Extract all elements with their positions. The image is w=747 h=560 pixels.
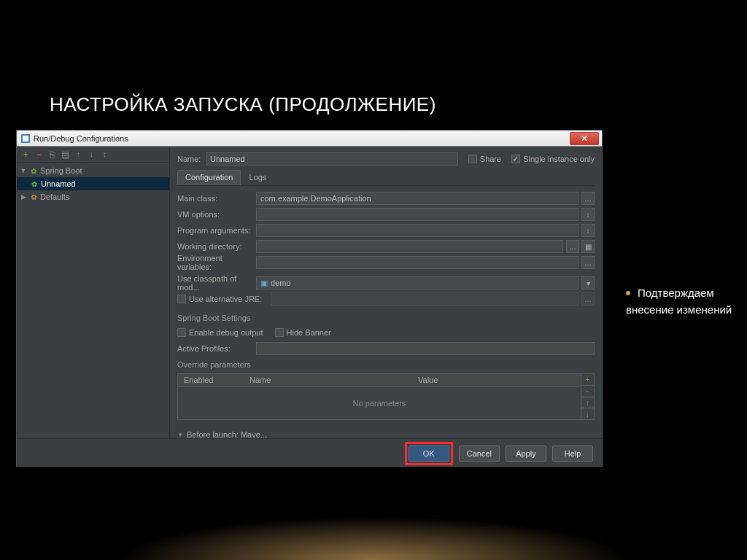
env-vars-label: Environment variables: <box>177 254 256 271</box>
tree-node-defaults[interactable]: ▶ ⚙ Defaults <box>17 190 169 203</box>
module-icon: ▣ <box>260 279 268 288</box>
active-profiles-input[interactable] <box>256 342 595 355</box>
main-class-input[interactable]: com.example.DemoApplication <box>256 192 578 205</box>
env-vars-input[interactable] <box>256 256 578 269</box>
tree-label: Defaults <box>40 192 69 201</box>
col-enabled: Enabled <box>178 374 244 386</box>
enable-debug-checkbox[interactable]: Enable debug output <box>177 328 263 337</box>
main-class-label: Main class: <box>177 194 256 203</box>
program-args-label: Program arguments: <box>177 226 256 235</box>
enable-debug-label: Enable debug output <box>189 328 263 337</box>
alt-jre-label: Use alternative JRE: <box>189 295 262 303</box>
run-debug-dialog: Run/Debug Configurations ✕ + − ⎘ ▤ ↑ ↓ ↕… <box>16 130 603 467</box>
param-add-button[interactable]: + <box>581 374 594 386</box>
tree-toolbar: + − ⎘ ▤ ↑ ↓ ↕ <box>17 147 169 163</box>
spring-section-label: Spring Boot Settings <box>177 311 595 324</box>
config-name-input[interactable] <box>206 152 458 166</box>
working-dir-label: Working directory: <box>177 242 256 251</box>
slide-glow <box>118 516 629 560</box>
param-up-button[interactable]: ↑ <box>581 397 594 409</box>
checkbox-icon <box>511 155 520 163</box>
window-close-button[interactable]: ✕ <box>570 132 599 145</box>
single-instance-label: Single instance only <box>523 155 595 163</box>
bullet-dot-icon <box>626 291 630 295</box>
expand-button[interactable]: ↕ <box>581 208 595 221</box>
move-up-button[interactable]: ↑ <box>74 149 83 159</box>
override-label: Override parameters <box>177 358 595 371</box>
config-tree-panel: + − ⎘ ▤ ↑ ↓ ↕ ▼ ✿ Spring Boot ✿ Unnamed <box>17 147 170 438</box>
tree-node-unnamed[interactable]: ✿ Unnamed <box>17 177 169 190</box>
share-label: Share <box>480 155 501 163</box>
checkbox-icon <box>275 328 284 337</box>
hide-banner-label: Hide Banner <box>287 328 331 337</box>
ok-button[interactable]: OK <box>409 446 449 462</box>
config-tree[interactable]: ▼ ✿ Spring Boot ✿ Unnamed ▶ ⚙ Defaults <box>17 163 169 438</box>
wrench-icon: ⚙ <box>29 192 38 201</box>
alt-jre-checkbox[interactable] <box>177 295 186 303</box>
config-form-panel: Name: Share Single instance only Configu… <box>170 147 602 438</box>
tree-node-spring-boot[interactable]: ▼ ✿ Spring Boot <box>17 164 169 177</box>
override-parameters-table: Enabled Name Value No parameters + − ↑ ↓ <box>177 373 595 420</box>
add-config-button[interactable]: + <box>21 149 31 159</box>
folder-button[interactable]: ▦ <box>581 240 595 253</box>
active-profiles-label: Active Profiles: <box>177 344 256 353</box>
col-name: Name <box>244 374 412 386</box>
help-button[interactable]: Help <box>552 446 593 462</box>
move-down-button[interactable]: ↓ <box>87 149 96 159</box>
slide-title: НАСТРОЙКА ЗАПУСКА (ПРОДОЛЖЕНИЕ) <box>50 93 436 116</box>
vm-options-input[interactable] <box>256 208 578 221</box>
remove-config-button[interactable]: − <box>34 149 44 159</box>
checkbox-icon <box>468 155 477 163</box>
alt-jre-input <box>271 292 578 306</box>
browse-button[interactable]: … <box>581 256 595 269</box>
classpath-label: Use classpath of mod... <box>177 274 256 292</box>
slide-bullet-block: Подтверждаем внесение изменений <box>626 284 735 319</box>
classpath-select[interactable]: ▣demo <box>256 276 578 289</box>
caret-right-icon: ▶ <box>20 193 27 201</box>
col-value: Value <box>412 374 581 386</box>
name-label: Name: <box>177 155 206 163</box>
tree-label: Spring Boot <box>40 166 82 175</box>
expand-button[interactable]: ↕ <box>581 224 595 237</box>
checkbox-icon <box>177 328 186 337</box>
spring-icon: ✿ <box>29 166 38 175</box>
dialog-title: Run/Debug Configurations <box>34 134 128 143</box>
dropdown-button[interactable]: ▾ <box>581 276 595 289</box>
save-config-button[interactable]: ▤ <box>61 149 70 159</box>
working-dir-input[interactable] <box>256 240 563 253</box>
browse-button[interactable]: … <box>566 240 579 253</box>
ok-highlight: OK <box>405 442 453 465</box>
form-tabs: Configuration Logs <box>177 170 595 186</box>
hide-banner-checkbox[interactable]: Hide Banner <box>275 328 331 337</box>
browse-button: … <box>581 292 595 306</box>
tab-configuration[interactable]: Configuration <box>177 170 241 185</box>
caret-down-icon: ▼ <box>20 167 27 174</box>
params-empty: No parameters <box>178 387 581 419</box>
param-down-button[interactable]: ↓ <box>581 408 594 419</box>
dialog-titlebar[interactable]: Run/Debug Configurations ✕ <box>17 131 602 147</box>
program-args-input[interactable] <box>256 224 578 237</box>
vm-options-label: VM options: <box>177 210 256 219</box>
copy-config-button[interactable]: ⎘ <box>47 149 57 159</box>
tree-label: Unnamed <box>41 179 76 188</box>
spring-icon: ✿ <box>30 179 39 188</box>
tab-logs[interactable]: Logs <box>241 170 274 185</box>
browse-button[interactable]: … <box>581 192 595 205</box>
expand-button[interactable]: ↕ <box>100 149 109 159</box>
single-instance-checkbox[interactable]: Single instance only <box>511 155 595 163</box>
bullet-text: Подтверждаем внесение изменений <box>626 287 732 316</box>
classpath-value: demo <box>271 279 291 287</box>
param-remove-button[interactable]: − <box>581 386 594 397</box>
app-icon <box>21 134 30 143</box>
share-checkbox[interactable]: Share <box>468 155 501 163</box>
before-launch-section[interactable]: Before launch: Mave... <box>177 427 595 438</box>
dialog-footer: OK Cancel Apply Help <box>17 438 602 467</box>
apply-button[interactable]: Apply <box>506 446 546 462</box>
svg-rect-1 <box>23 136 28 141</box>
cancel-button[interactable]: Cancel <box>459 446 500 462</box>
